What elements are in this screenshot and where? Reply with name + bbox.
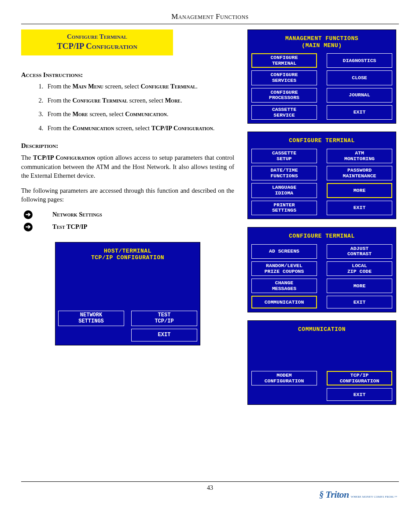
atm-menu-button[interactable]: MORE	[327, 279, 392, 293]
atm-menu-button[interactable]: CLOSE	[327, 70, 392, 85]
access-instructions-label: Access Instructions:	[21, 71, 234, 79]
description-label: Description:	[21, 142, 234, 150]
atm-menu-button[interactable]: MORE	[327, 183, 392, 198]
atm-screen-title: CONFIGURE TERMINAL	[251, 135, 393, 149]
step-3: From the More screen, select Communicati…	[45, 110, 234, 119]
atm-menu-button[interactable]: NETWORK SETTINGS	[58, 311, 124, 326]
banner-line2: TCP/IP Configuration	[26, 41, 168, 51]
atm-menu-button[interactable]: ATM MONITORING	[327, 149, 392, 163]
bullet-label-1: Network Settings	[52, 211, 102, 218]
atm-menu-button[interactable]: COMMUNICATION	[251, 296, 317, 308]
right-column: MANAGEMENT FUNCTIONS (MAIN MENU)CONFIGUR…	[245, 29, 399, 405]
description-paragraph-1: The TCP/IP Configuration option allows a…	[21, 153, 234, 180]
bullet-row-2: ➔ Test TCP/IP	[21, 223, 234, 231]
atm-menu-button[interactable]: PASSWORD MAINTENANCE	[327, 166, 392, 180]
atm-menu-button[interactable]: CHANGE MESSAGES	[251, 279, 317, 293]
atm-menu-button[interactable]: RANDOM/LEVEL PRIZE COUPONS	[251, 261, 317, 276]
atm-menu-button[interactable]: AD SCREENS	[251, 244, 317, 259]
arrow-right-icon: ➔	[24, 210, 33, 219]
banner-line1: Configure Terminal	[26, 33, 168, 40]
atm-menu-button[interactable]: EXIT	[327, 201, 392, 215]
atm-menu-button[interactable]: DIAGNOSTICS	[327, 53, 392, 68]
steps-list: From the Main Menu screen, select Config…	[45, 82, 234, 132]
page-header-title: Management Functions	[0, 0, 420, 24]
atm-screen-1: MANAGEMENT FUNCTIONS (MAIN MENU)CONFIGUR…	[247, 29, 396, 124]
atm-menu-button[interactable]: ADJUST CONTRAST	[327, 244, 392, 259]
atm-menu-button[interactable]: TEST TCP/IP	[131, 311, 197, 326]
atm-menu-button[interactable]: PRINTER SETTINGS	[251, 201, 317, 215]
step-4: From the Communication screen, select TC…	[45, 124, 234, 133]
atm-screen-2: CONFIGURE TERMINALCASSETTE SETUPATM MONI…	[247, 132, 396, 219]
atm-screen-title: CONFIGURE TERMINAL	[251, 230, 393, 244]
brand-name: Triton	[325, 489, 349, 500]
atm-menu-button[interactable]: JOURNAL	[327, 88, 392, 103]
topic-banner: Configure Terminal TCP/IP Configuration	[21, 29, 173, 55]
atm-screen-title: MANAGEMENT FUNCTIONS (MAIN MENU)	[251, 33, 393, 53]
atm-menu-button[interactable]: DATE/TIME FUNCTIONS	[251, 166, 317, 180]
brand-logo-icon: §	[319, 490, 324, 500]
atm-screen-3: CONFIGURE TERMINALAD SCREENSADJUST CONTR…	[247, 227, 396, 312]
footer-rule	[21, 481, 399, 482]
bullet-row-1: ➔ Network Settings	[21, 210, 234, 219]
atm-menu-button[interactable]: EXIT	[327, 296, 392, 308]
tcpip-screen-title: HOST/TERMINAL TCP/IP CONFIGURATION	[58, 245, 197, 266]
brand-footer: § Triton WHERE MONEY COMES FROM.™	[319, 489, 397, 500]
arrow-right-icon: ➔	[24, 223, 33, 231]
atm-screen-title: COMMUNICATION	[251, 323, 393, 338]
description-paragraph-2: The following parameters are accessed th…	[21, 186, 234, 204]
atm-menu-button[interactable]: MODEM CONFIGURATION	[251, 371, 317, 385]
step-1: From the Main Menu screen, select Config…	[45, 82, 234, 91]
atm-menu-button[interactable]: CONFIGURE SERVICES	[251, 70, 317, 85]
atm-menu-button[interactable]: EXIT	[327, 388, 392, 401]
atm-menu-button[interactable]: EXIT	[327, 105, 392, 120]
atm-menu-button[interactable]: LOCAL ZIP CODE	[327, 261, 392, 276]
brand-tagline: WHERE MONEY COMES FROM.™	[351, 495, 397, 498]
left-column: Configure Terminal TCP/IP Configuration …	[21, 29, 234, 405]
atm-menu-button[interactable]: CASSETTE SETUP	[251, 149, 317, 163]
tcpip-config-screen: HOST/TERMINAL TCP/IP CONFIGURATION NETWO…	[55, 242, 200, 345]
atm-menu-button[interactable]: CONFIGURE PROCESSORS	[251, 88, 317, 103]
atm-screen-4: COMMUNICATIONMODEM CONFIGURATIONTCP/IP C…	[247, 320, 396, 405]
step-2: From the Configure Terminal screen, sele…	[45, 96, 234, 105]
atm-menu-button	[58, 329, 124, 341]
bullet-label-2: Test TCP/IP	[52, 223, 87, 231]
atm-menu-button[interactable]: CASSETTE SERVICE	[251, 105, 317, 120]
atm-menu-button	[251, 388, 317, 401]
atm-menu-button[interactable]: LANGUAGE IDIOMA	[251, 183, 317, 198]
atm-menu-button[interactable]: EXIT	[131, 329, 197, 341]
atm-menu-button[interactable]: TCP/IP CONFIGURATION	[327, 371, 392, 385]
atm-menu-button[interactable]: CONFIGURE TERMINAL	[251, 53, 317, 68]
